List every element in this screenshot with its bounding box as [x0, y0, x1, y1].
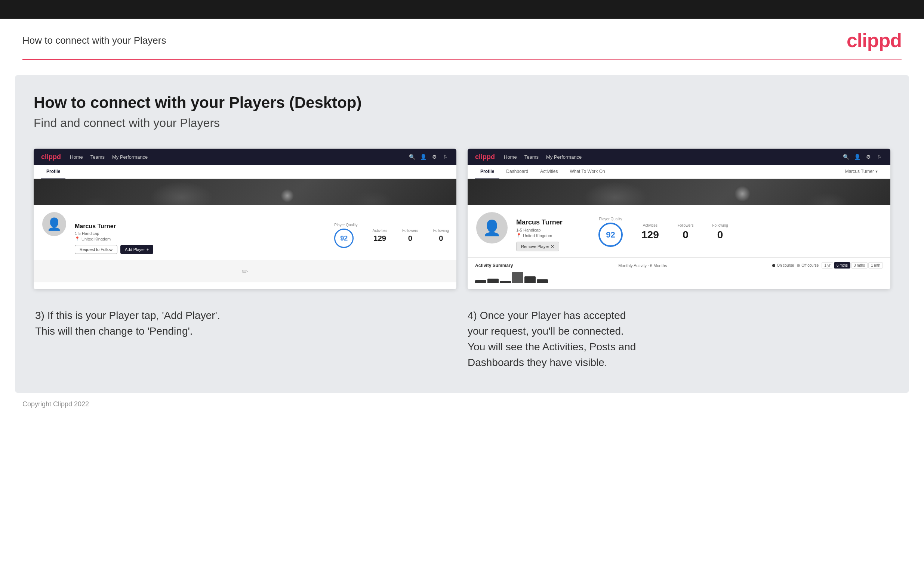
player-quality-label-1: Player Quality — [334, 223, 357, 227]
page-header: How to connect with your Players clippd — [0, 19, 924, 59]
nav-teams-1[interactable]: Teams — [90, 154, 105, 160]
player-quality-stat-1: Player Quality 92 — [334, 223, 357, 248]
remove-player-button[interactable]: Remove Player ✕ — [516, 242, 559, 251]
legend-off-course: Off course — [797, 263, 819, 268]
top-bar — [0, 0, 924, 19]
activities-label-1: Activities — [373, 229, 387, 233]
activities-value-1: 129 — [373, 234, 387, 243]
activity-title: Activity Summary — [475, 263, 513, 268]
chart-bar-6 — [537, 279, 548, 283]
profile-tabs-1: Profile — [34, 165, 456, 179]
followers-value-1: 0 — [402, 234, 418, 243]
app-navbar-1: clippd Home Teams My Performance 🔍 👤 ⚙ 🏳 — [34, 148, 456, 165]
activities-value-2: 129 — [641, 229, 659, 241]
following-label-1: Following — [433, 229, 449, 233]
text-section-3: 3) If this is your Player tap, 'Add Play… — [35, 308, 456, 371]
tab-dashboard-2[interactable]: Dashboard — [501, 165, 533, 179]
app-nav-items-2: Home Teams My Performance — [504, 154, 843, 160]
app-nav-icons-1: 🔍 👤 ⚙ 🏳 — [409, 153, 449, 160]
legend-on-course: On course — [772, 263, 794, 268]
time-btn-3mths[interactable]: 3 mths — [851, 262, 867, 269]
flag-icon-1[interactable]: 🏳 — [442, 153, 449, 160]
settings-icon-2[interactable]: ⚙ — [865, 153, 872, 160]
screenshot-2: clippd Home Teams My Performance 🔍 👤 ⚙ 🏳… — [468, 148, 890, 289]
activity-controls: On course Off course 1 yr 6 mths 3 mths … — [772, 262, 883, 269]
tab-activities-2[interactable]: Activities — [535, 165, 563, 179]
profile-name-1: Marcus Turner — [75, 223, 327, 230]
chart-bar-2 — [488, 279, 499, 283]
avatar-icon-2: 👤 — [483, 219, 501, 237]
user-icon-1[interactable]: 👤 — [420, 153, 426, 160]
nav-performance-2[interactable]: My Performance — [546, 154, 582, 160]
add-player-button-1[interactable]: Add Player + — [120, 245, 153, 254]
pencil-icon-1: ✏ — [242, 267, 248, 276]
user-icon-2[interactable]: 👤 — [854, 153, 861, 160]
quality-circle-2: 92 — [598, 222, 623, 247]
chart-bar-4 — [512, 272, 523, 283]
tab-what-to-work-on-2[interactable]: What To Work On — [564, 165, 610, 179]
text-row: 3) If this is your Player tap, 'Add Play… — [34, 308, 890, 371]
search-icon-2[interactable]: 🔍 — [843, 153, 849, 160]
follow-button-1[interactable]: Request to Follow — [75, 245, 117, 254]
main-subtitle: Find and connect with your Players — [34, 116, 890, 130]
activity-header: Activity Summary Monthly Activity · 6 Mo… — [475, 262, 883, 269]
following-stat-2: Following 0 — [712, 223, 728, 241]
clippd-logo: clippd — [846, 29, 901, 52]
time-btn-6mths[interactable]: 6 mths — [834, 262, 850, 269]
tab-profile-2[interactable]: Profile — [475, 165, 499, 179]
caption-3: 3) If this is your Player tap, 'Add Play… — [35, 308, 456, 339]
header-divider — [23, 59, 901, 60]
activity-summary: Activity Summary Monthly Activity · 6 Mo… — [468, 257, 890, 289]
profile-handicap-2: 1-5 Handicap — [516, 228, 591, 232]
app-logo-2: clippd — [475, 153, 495, 161]
tab-profile-1[interactable]: Profile — [41, 165, 65, 179]
nav-home-1[interactable]: Home — [70, 154, 83, 160]
followers-stat-1: Followers 0 — [402, 229, 418, 243]
page-footer: Copyright Clippd 2022 — [0, 393, 924, 416]
time-btn-1mth[interactable]: 1 mth — [868, 262, 883, 269]
followers-value-2: 0 — [678, 229, 694, 241]
location-pin-icon-1: 📍 — [75, 236, 80, 241]
location-pin-icon-2: 📍 — [516, 233, 522, 238]
settings-icon-1[interactable]: ⚙ — [431, 153, 438, 160]
avatar-icon-1: 👤 — [47, 217, 62, 231]
quality-circle-1: 92 — [334, 229, 354, 248]
profile-location-2: 📍 United Kingdom — [516, 233, 591, 238]
profile-name-2: Marcus Turner — [516, 219, 591, 226]
activities-stat-2: Activities 129 — [641, 223, 659, 241]
nav-teams-2[interactable]: Teams — [524, 154, 539, 160]
followers-label-1: Followers — [402, 229, 418, 233]
profile-location-1: 📍 United Kingdom — [75, 236, 327, 241]
following-stat-1: Following 0 — [433, 229, 449, 243]
profile-tabs-2: Profile Dashboard Activities What To Wor… — [468, 165, 890, 179]
legend-off-course-label: Off course — [801, 263, 819, 268]
user-dropdown-2[interactable]: Marcus Turner ▾ — [840, 165, 883, 179]
nav-performance-1[interactable]: My Performance — [112, 154, 148, 160]
player-quality-stat-2: Player Quality 92 — [598, 217, 623, 247]
app-nav-items-1: Home Teams My Performance — [70, 154, 409, 160]
time-period-buttons: 1 yr 6 mths 3 mths 1 mth — [822, 262, 883, 269]
profile-left-col-2: Marcus Turner 1-5 Handicap 📍 United King… — [516, 211, 591, 251]
chart-bar-3 — [500, 281, 511, 283]
close-icon-remove: ✕ — [551, 244, 554, 249]
caption-4: 4) Once your Player has accepted your re… — [468, 308, 889, 371]
flag-icon-2[interactable]: 🏳 — [876, 153, 883, 160]
time-btn-1yr[interactable]: 1 yr — [822, 262, 833, 269]
legend-dot-off-course — [797, 264, 800, 267]
chart-bar-1 — [475, 280, 486, 283]
nav-home-2[interactable]: Home — [504, 154, 517, 160]
profile-section-1: 👤 Marcus Turner 1-5 Handicap 📍 United Ki… — [34, 205, 456, 260]
avatar-1: 👤 — [41, 211, 67, 237]
activity-period: Monthly Activity · 6 Months — [618, 263, 667, 268]
legend-dot-on-course — [772, 264, 775, 267]
search-icon-1[interactable]: 🔍 — [409, 153, 415, 160]
screenshot-bottom-1: ✏ — [34, 260, 456, 282]
followers-stat-2: Followers 0 — [678, 223, 694, 241]
followers-label-2: Followers — [678, 223, 694, 227]
chart-bar-5 — [524, 276, 536, 283]
copyright-text: Copyright Clippd 2022 — [23, 400, 89, 408]
chevron-down-icon-2: ▾ — [876, 169, 878, 174]
profile-info-1: Marcus Turner 1-5 Handicap 📍 United King… — [75, 211, 327, 254]
following-label-2: Following — [712, 223, 728, 227]
profile-section-2: 👤 Marcus Turner 1-5 Handicap 📍 United Ki… — [468, 205, 890, 257]
